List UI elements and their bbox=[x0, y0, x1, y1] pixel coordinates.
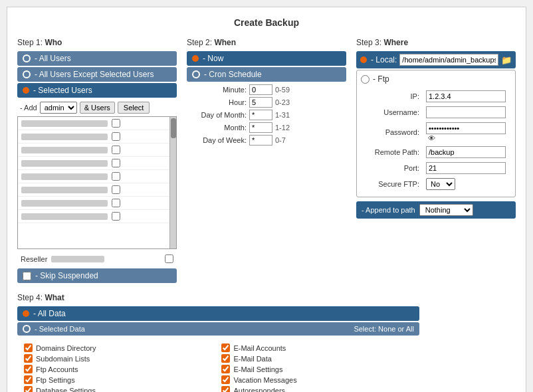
now-option[interactable]: - Now bbox=[187, 51, 346, 66]
minute-input[interactable] bbox=[249, 84, 272, 95]
secure-ftp-select[interactable]: No Yes bbox=[426, 178, 455, 190]
username-input[interactable] bbox=[426, 106, 506, 118]
admin-select[interactable]: admin bbox=[40, 102, 77, 114]
now-radio bbox=[192, 55, 199, 62]
local-option[interactable]: - Local: 📁 bbox=[356, 51, 516, 68]
autoresponders-checkbox[interactable] bbox=[221, 386, 230, 392]
users-button[interactable]: & Users bbox=[80, 102, 115, 114]
select-none-all-label[interactable]: Select: None or All bbox=[354, 325, 414, 333]
minute-range: 0-59 bbox=[275, 86, 290, 94]
skip-suspended-row[interactable]: - Skip Suspended bbox=[17, 268, 177, 283]
user-checkbox[interactable] bbox=[112, 212, 120, 221]
user-checkbox[interactable] bbox=[112, 199, 120, 207]
ftp-settings-checkbox[interactable] bbox=[24, 375, 33, 384]
ftp-label: - Ftp bbox=[373, 74, 389, 84]
what-item-autoresponders: Autoresponders bbox=[221, 386, 412, 392]
month-range: 1-12 bbox=[275, 124, 290, 132]
cron-dom-row: Day of Month: 1-31 bbox=[193, 110, 346, 120]
user-checkbox[interactable] bbox=[112, 132, 120, 141]
port-input[interactable] bbox=[426, 162, 506, 174]
password-row: Password: 👁 bbox=[362, 121, 510, 144]
what-items-grid: Domains Directory E-Mail Accounts Subdom… bbox=[17, 340, 419, 392]
hour-input[interactable] bbox=[249, 97, 272, 108]
all-users-option[interactable]: - All Users bbox=[17, 51, 177, 66]
user-list bbox=[17, 116, 177, 249]
cron-hour-row: Hour: 0-23 bbox=[193, 97, 346, 108]
append-path-label: - Append to path bbox=[362, 206, 415, 214]
reveal-icon[interactable]: 👁 bbox=[428, 134, 435, 142]
email-settings-checkbox[interactable] bbox=[221, 365, 230, 373]
append-path-select[interactable]: Nothing Username Date bbox=[419, 204, 473, 216]
ftp-radio[interactable] bbox=[361, 75, 370, 84]
user-checkbox[interactable] bbox=[112, 146, 120, 154]
email-settings-label: E-Mail Settings bbox=[233, 365, 282, 373]
selected-data-option[interactable]: - Selected Data Select: None or All bbox=[17, 322, 419, 336]
ftp-settings-label: Ftp Settings bbox=[36, 376, 75, 384]
secure-ftp-label: Secure FTP: bbox=[362, 177, 422, 191]
all-except-option[interactable]: - All Users Except Selected Users bbox=[17, 67, 177, 82]
ip-row: IP: bbox=[362, 89, 510, 104]
vacation-messages-label: Vacation Messages bbox=[233, 376, 296, 384]
secure-ftp-row: Secure FTP: No Yes bbox=[362, 177, 510, 191]
ip-input[interactable] bbox=[426, 90, 506, 102]
db-settings-checkbox[interactable] bbox=[24, 386, 33, 392]
cron-dow-row: Day of Week: 0-7 bbox=[193, 135, 346, 146]
month-input[interactable] bbox=[249, 122, 272, 133]
cron-minute-row: Minute: 0-59 bbox=[193, 84, 346, 95]
folder-icon[interactable]: 📁 bbox=[501, 55, 512, 65]
password-input[interactable] bbox=[426, 122, 506, 134]
ftp-section: - Ftp IP: Username: Password: bbox=[356, 70, 516, 197]
month-label: Month: bbox=[193, 124, 247, 132]
subdomain-lists-checkbox[interactable] bbox=[24, 354, 33, 363]
skip-suspended-checkbox[interactable] bbox=[23, 272, 31, 280]
user-checkbox[interactable] bbox=[112, 172, 120, 181]
port-label: Port: bbox=[362, 161, 422, 175]
what-item-ftp-accounts: Ftp Accounts bbox=[24, 365, 215, 373]
step3-label: Step 3: Where bbox=[356, 38, 516, 47]
what-item-domains-dir: Domains Directory bbox=[24, 343, 215, 352]
dom-range: 1-31 bbox=[275, 111, 290, 119]
selected-users-option[interactable]: - Selected Users bbox=[17, 83, 177, 98]
step4-section: Step 4: What - All Data - Selected Data … bbox=[17, 293, 419, 392]
cron-table: Minute: 0-59 Hour: 0-23 Day of Month: 1-… bbox=[193, 84, 346, 146]
remote-path-row: Remote Path: bbox=[362, 145, 510, 159]
user-checkbox[interactable] bbox=[112, 119, 120, 128]
cron-option[interactable]: - Cron Schedule bbox=[187, 67, 346, 82]
selected-data-radio bbox=[23, 325, 31, 333]
domains-dir-checkbox[interactable] bbox=[24, 343, 33, 352]
list-item bbox=[18, 130, 176, 144]
list-item bbox=[18, 144, 176, 157]
reseller-checkbox[interactable] bbox=[165, 254, 173, 263]
now-label: - Now bbox=[203, 54, 223, 63]
username-label: Username: bbox=[362, 105, 422, 120]
page-title: Create Backup bbox=[17, 17, 516, 28]
cron-label: - Cron Schedule bbox=[204, 70, 262, 79]
remote-path-input[interactable] bbox=[426, 146, 506, 158]
step2-label: Step 2: When bbox=[187, 38, 346, 47]
selected-users-radio bbox=[23, 87, 29, 94]
dom-input[interactable] bbox=[249, 110, 272, 120]
vacation-messages-checkbox[interactable] bbox=[221, 375, 230, 384]
dow-input[interactable] bbox=[249, 135, 272, 146]
select-button[interactable]: Select bbox=[118, 102, 150, 114]
ftp-accounts-checkbox[interactable] bbox=[24, 365, 33, 373]
ftp-fields: IP: Username: Password: 👁 bbox=[361, 88, 511, 193]
all-users-label: - All Users bbox=[35, 54, 71, 63]
list-item bbox=[18, 210, 176, 223]
list-item bbox=[18, 157, 176, 170]
remote-path-label: Remote Path: bbox=[362, 145, 422, 159]
all-data-option[interactable]: - All Data bbox=[17, 306, 419, 321]
domains-dir-label: Domains Directory bbox=[36, 344, 96, 352]
selected-users-label: - Selected Users bbox=[33, 86, 92, 95]
email-accounts-checkbox[interactable] bbox=[221, 343, 230, 352]
hour-label: Hour: bbox=[193, 98, 247, 106]
all-users-radio bbox=[23, 54, 31, 62]
what-item-vacation-messages: Vacation Messages bbox=[221, 375, 412, 384]
append-path-row: - Append to path Nothing Username Date bbox=[356, 201, 516, 219]
local-path-input[interactable] bbox=[399, 54, 498, 66]
email-data-checkbox[interactable] bbox=[221, 354, 230, 363]
user-checkbox[interactable] bbox=[112, 159, 120, 167]
email-accounts-label: E-Mail Accounts bbox=[233, 344, 286, 352]
step2-section: Step 2: When - Now - Cron Schedule Minut… bbox=[187, 38, 346, 147]
user-checkbox[interactable] bbox=[112, 185, 120, 194]
